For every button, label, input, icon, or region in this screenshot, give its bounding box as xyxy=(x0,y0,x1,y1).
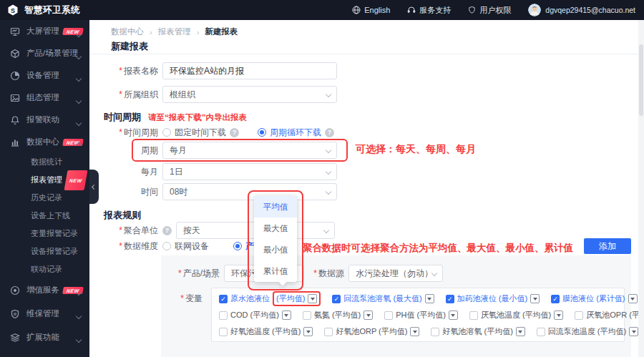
dropdown-option-max[interactable]: 最大值 xyxy=(254,217,297,239)
aggregation-mini-select[interactable] xyxy=(364,310,373,320)
checkbox-icon[interactable] xyxy=(469,311,478,320)
checkbox-icon[interactable] xyxy=(446,295,454,303)
agg-unit-row: *聚合单位 ? 按天 xyxy=(94,222,335,239)
radio-icon[interactable] xyxy=(162,128,171,137)
help-icon[interactable]: ? xyxy=(162,226,172,235)
report-name-input[interactable] xyxy=(162,62,337,79)
scrollbar-track[interactable] xyxy=(638,20,644,357)
datasource-select[interactable]: 水污染处理（勿动） xyxy=(348,265,443,282)
sidebar-item-maintenance[interactable]: 维保管理 xyxy=(0,302,89,326)
nav-support[interactable]: 服务支持 xyxy=(407,5,451,16)
checkbox-icon[interactable] xyxy=(332,295,341,303)
user-avatar[interactable] xyxy=(528,4,541,16)
sidebar-item-device-mgmt[interactable]: 设备管理 xyxy=(0,64,89,87)
organization-select[interactable]: 根组织 xyxy=(162,86,337,103)
submenu-item-data-statistics[interactable]: 数据统计 xyxy=(0,153,89,171)
radio-fixed-download[interactable]: 固定时间下载 ? xyxy=(162,127,239,139)
checkbox-icon[interactable] xyxy=(384,311,393,320)
help-icon[interactable]: ? xyxy=(230,128,239,137)
aggregation-mini-select[interactable] xyxy=(282,310,291,320)
variable-ph[interactable]: PH值 (平均值) xyxy=(384,310,458,321)
breadcrumb-report-mgmt[interactable]: 报表管理 xyxy=(158,26,191,37)
variable-aerobic-temp[interactable]: 好氧池温度 (平均值) xyxy=(219,326,313,337)
variable-anaerobic-opr[interactable]: 厌氧池OPR (平均值) xyxy=(575,310,644,321)
variables-label: 变量 xyxy=(185,293,203,303)
screen-icon xyxy=(10,26,20,36)
nav-permissions[interactable]: 用户权限 xyxy=(468,5,511,16)
checkbox-icon[interactable] xyxy=(303,311,311,320)
breadcrumb-separator: › xyxy=(197,28,200,36)
required-asterisk: * xyxy=(119,241,122,251)
variable-aerobic-orp[interactable]: 好氧池ORP (平均值) xyxy=(324,326,419,337)
variable-return-pump-do[interactable]: 回流泵池溶氧 (最大值) xyxy=(332,293,434,304)
submenu-item-device-alarm[interactable]: 设备报警记录 xyxy=(0,243,89,260)
aggregation-mini-select[interactable] xyxy=(628,294,638,303)
chevron-down-icon xyxy=(326,92,331,97)
checkbox-icon[interactable] xyxy=(219,311,228,320)
radio-icon[interactable] xyxy=(162,242,171,250)
sidebar-item-product-scene[interactable]: 产品/场景管理 xyxy=(0,42,89,64)
variable-ammonia[interactable]: 氨氮 (平均值) xyxy=(303,310,373,321)
checkbox-icon[interactable] xyxy=(219,328,228,336)
aggregation-mini-select[interactable] xyxy=(410,327,419,336)
checkbox-icon[interactable] xyxy=(324,328,333,336)
dropdown-option-average[interactable]: 平均值 xyxy=(254,196,297,217)
aggregation-mini-select[interactable] xyxy=(516,327,525,336)
dropdown-option-min[interactable]: 最小值 xyxy=(254,239,297,260)
product-scene-panel: *产品/场景 环保污水监测 *数据源 水污染处理（勿动） *变量 原水池液位 (… xyxy=(161,255,631,357)
cycle-select[interactable]: 每月 xyxy=(162,142,337,159)
radio-icon[interactable] xyxy=(233,242,242,250)
submenu-item-device-online[interactable]: 设备上下线 xyxy=(0,207,89,225)
nav-language[interactable]: English xyxy=(352,6,390,14)
aggregation-mini-select[interactable] xyxy=(629,327,638,336)
time-select[interactable]: 08时 xyxy=(162,183,337,200)
submenu-item-report-mgmt[interactable]: 报表管理 NEW xyxy=(0,171,89,189)
sidebar-item-screen-mgmt[interactable]: 大屏管理 NEW xyxy=(0,20,89,42)
user-email[interactable]: dgvqep29415@chacuo.net xyxy=(545,6,635,14)
submenu-item-linkage-record[interactable]: 联动记录 xyxy=(0,260,89,278)
aggregation-mini-select[interactable] xyxy=(449,310,458,320)
checkbox-icon[interactable] xyxy=(575,311,583,320)
submenu-item-history[interactable]: 历史记录 xyxy=(0,189,89,207)
variable-anaerobic-temp[interactable]: 厌氧池温度 (平均值) xyxy=(469,310,563,321)
submenu-item-variable-alarm[interactable]: 变量报警记录 xyxy=(0,225,89,243)
radio-cycle-download[interactable]: 周期循环下载 ? xyxy=(258,127,334,139)
variable-aerobic-do[interactable]: 好氧池溶氧 (平均值) xyxy=(431,326,525,337)
sidebar-item-data-center[interactable]: 数据中心 NEW xyxy=(0,131,89,153)
radio-icon[interactable] xyxy=(258,128,266,137)
aggregation-mini-select[interactable] xyxy=(554,310,563,320)
monthly-select[interactable]: 1日 xyxy=(162,163,337,180)
scrollbar-thumb[interactable] xyxy=(639,44,643,116)
rule-section-header: 报表规则 xyxy=(104,209,141,222)
checkbox-icon[interactable] xyxy=(537,328,545,336)
sidebar-collapse-handle[interactable] xyxy=(89,170,99,204)
chart-pie-icon xyxy=(10,71,20,81)
variable-dosing-pool-level[interactable]: 加药池液位 (最小值) xyxy=(446,293,540,304)
sidebar-item-value-added[interactable]: 增值服务 NEW xyxy=(0,278,89,302)
dropdown-option-sum[interactable]: 累计值 xyxy=(254,260,297,282)
sidebar-item-extensions[interactable]: 扩展功能 xyxy=(0,326,89,349)
monthly-row: 每月 1日 xyxy=(94,163,337,180)
aggregation-mini-select[interactable] xyxy=(530,294,540,303)
variable-cod[interactable]: COD (平均值) xyxy=(219,310,291,321)
aggregation-dropdown: 平均值 最大值 最小值 累计值 xyxy=(254,196,297,282)
checkbox-icon[interactable] xyxy=(219,295,228,303)
sidebar-item-config-mgmt[interactable]: 组态管理 xyxy=(0,87,89,109)
chevron-left-icon xyxy=(92,184,97,189)
page-title: 新建报表 xyxy=(111,40,148,53)
aggregation-mini-select[interactable] xyxy=(308,294,317,303)
agg-unit-label: 聚合单位 xyxy=(124,225,158,235)
checkbox-icon[interactable] xyxy=(551,295,560,303)
aggregation-mini-select[interactable] xyxy=(303,327,313,336)
variable-membrane-pool-level[interactable]: 膜池液位 (累计值) xyxy=(551,293,637,304)
help-icon[interactable]: ? xyxy=(325,128,334,137)
chevron-down-icon xyxy=(76,54,82,59)
breadcrumb-data-center[interactable]: 数据中心 xyxy=(111,26,144,37)
variable-raw-pool-level[interactable]: 原水池液位 (平均值) xyxy=(219,293,321,304)
aggregation-mini-select[interactable] xyxy=(425,294,434,303)
sidebar-item-alarm-linkage[interactable]: 报警联动 xyxy=(0,109,89,131)
radio-networked-device[interactable]: 联网设备 xyxy=(162,240,209,253)
add-button[interactable]: 添加 xyxy=(584,238,631,254)
variable-return-pump-temp[interactable]: 回流泵池温度 (平均值) xyxy=(537,326,638,337)
checkbox-icon[interactable] xyxy=(431,328,439,336)
